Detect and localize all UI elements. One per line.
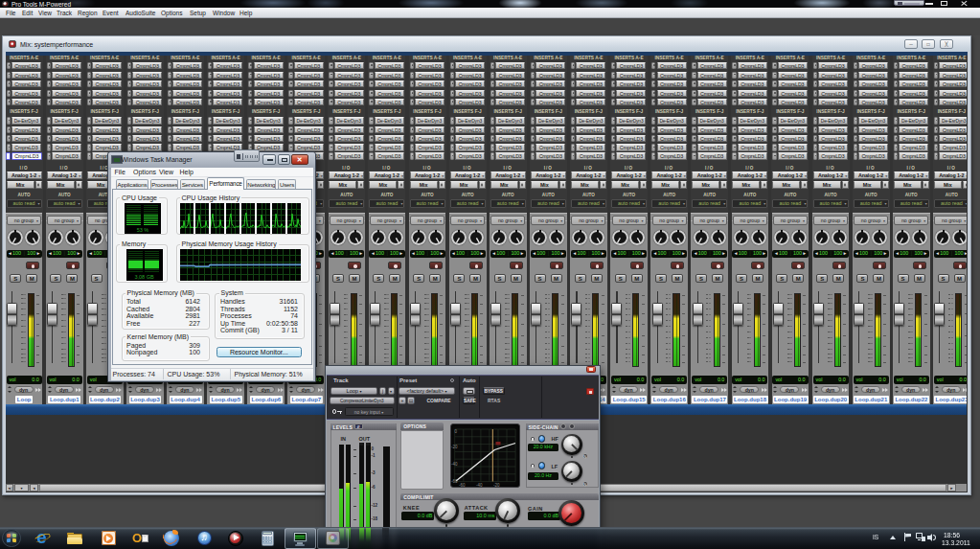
svg-text:-40: -40	[451, 462, 458, 467]
svg-text:0: 0	[455, 429, 458, 434]
svg-text:-20: -20	[451, 445, 458, 449]
svg-text:-40: -40	[476, 482, 483, 487]
svg-text:-60: -60	[459, 482, 466, 487]
svg-text:-60: -60	[451, 479, 458, 484]
svg-text:-20: -20	[493, 482, 500, 487]
